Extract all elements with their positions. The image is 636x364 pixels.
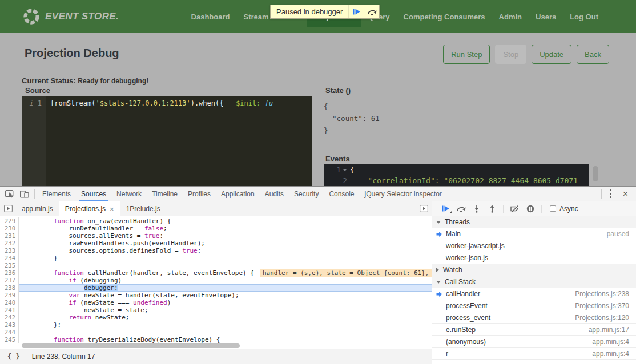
line-number[interactable]: 230 [0,225,19,232]
section-title: Call Stack [445,278,476,286]
state-section-label: State () [325,86,351,95]
stack-frame-processevent[interactable]: processEventProjections.js:370 [432,300,636,312]
devtools-tab-application[interactable]: Application [216,187,260,201]
code-text: function on_raw(eventHandler) { [19,217,432,225]
show-navigator-icon[interactable] [0,201,16,216]
events-line-number[interactable]: 2 [324,176,350,185]
nav-item-competing-consumers[interactable]: Competing Consumers [397,6,492,27]
thread-row-main[interactable]: Mainpaused [432,228,636,240]
line-number[interactable]: 232 [0,240,19,247]
annotation-info-icon: i [30,99,34,107]
devtools-tab-profiles[interactable]: Profiles [183,187,216,201]
line-number[interactable]: 236 [0,269,19,277]
source-token: $init: [236,99,260,107]
code-token: newState = handler(state, eventEnvelope)… [80,292,239,299]
source-code-text[interactable]: fromStream('$stats-127.0.0.1:2113').when… [46,96,273,186]
line-number[interactable]: 243 [0,321,19,329]
line-number[interactable]: 241 [0,306,19,314]
stack-frame-anonymous[interactable]: (anonymous)app.min.js:4 [432,336,636,348]
events-scrollbar-thumb[interactable] [593,166,598,181]
stack-frame-r[interactable]: rapp.min.js:4 [432,348,636,360]
devtools-tab-sources[interactable]: Sources [76,187,111,201]
line-number[interactable]: 242 [0,314,19,321]
resume-script-icon[interactable] [438,201,453,216]
line-number[interactable]: 234 [0,254,19,262]
pause-on-exceptions-icon[interactable] [522,201,538,216]
step-out-icon[interactable] [484,201,500,216]
status-label: Current Status: [22,76,76,85]
devtools-tab-console[interactable]: Console [324,187,359,201]
close-devtools-icon[interactable]: × [617,189,634,199]
call-stack-section-header[interactable]: Call Stack [432,276,636,288]
update-button[interactable]: Update [532,45,571,64]
devtools-tab-elements[interactable]: Elements [37,187,76,201]
show-debugger-sidebar-icon[interactable] [416,201,432,216]
code-token: sources.allEvents = [23,232,144,240]
devtools-tab-jquery-selector-inspector[interactable]: jQuery Selector Inspector [359,187,446,201]
stack-frame-e-runstep[interactable]: e.runStepapp.min.js:17 [432,324,636,336]
banner-resume-script-icon[interactable] [348,5,364,18]
fold-arrow-icon[interactable] [343,169,347,173]
line-number[interactable]: 233 [0,247,19,254]
watch-section-header[interactable]: Watch [432,264,636,276]
nav-item-dashboard[interactable]: Dashboard [184,6,237,27]
file-tab-1prelude-js[interactable]: 1Prelude.js [120,201,166,216]
line-number[interactable]: 229 [0,217,19,225]
thread-row-worker-javascript-js[interactable]: worker-javascript.js [432,240,636,252]
async-checkbox[interactable] [550,205,556,212]
device-toolbar-icon[interactable] [17,187,32,201]
code-line-239: 239 var newState = handler(state, eventE… [0,292,432,299]
controls-divider [503,205,504,213]
tab-close-icon[interactable]: × [110,205,114,213]
event-store-logo[interactable]: EVENT STORE. [23,8,119,25]
code-token: newState = state; [23,306,148,314]
events-line-number[interactable]: 1 [324,165,350,174]
more-options-icon[interactable] [604,189,617,199]
threads-section-header[interactable]: Threads [432,216,636,228]
run-step-button[interactable]: Run Step [443,45,490,64]
file-tab-label: 1Prelude.js [126,205,160,213]
source-code-editor[interactable]: i 1 fromStream('$stats-127.0.0.1:2113').… [22,96,312,186]
section-title: Watch [443,266,462,274]
back-button[interactable]: Back [577,45,609,64]
step-over-icon[interactable] [453,201,469,216]
nav-item-log-out[interactable]: Log Out [563,6,605,27]
file-tab-projections-js[interactable]: Projections.js× [59,201,120,216]
banner-step-over-icon[interactable] [364,5,379,18]
devtools-tab-security[interactable]: Security [289,187,324,201]
step-into-icon[interactable] [469,201,484,216]
code-token: } [23,254,58,262]
stack-frame-callhandler[interactable]: callHandlerProjections.js:238 [432,288,636,300]
code-token: return [69,314,91,321]
events-line-text: { [350,165,355,174]
code-line-236: 236 function callHandler(handler, state,… [0,269,432,277]
thread-row-worker-json-js[interactable]: worker-json.js [432,252,636,264]
line-number[interactable]: 235 [0,262,19,269]
stack-frame-location: app.min.js:4 [592,338,629,346]
devtools-tab-audits[interactable]: Audits [260,187,289,201]
code-token [23,217,54,225]
triangle-down-icon [436,221,441,224]
line-number[interactable]: 244 [0,329,19,336]
line-number[interactable]: 231 [0,232,19,240]
line-number[interactable]: 245 [0,336,19,343]
source-token: fu [261,99,273,107]
deactivate-breakpoints-icon[interactable] [507,201,522,216]
horizontal-scrollbar-thumb[interactable] [22,343,240,348]
stack-frame-function: process_event [446,314,490,322]
inspect-element-icon[interactable] [2,187,17,201]
events-editor[interactable]: 1{2 "correlationId": "06202702-8827-4464… [324,164,589,186]
pretty-print-icon[interactable]: { } [0,353,27,361]
nav-item-admin[interactable]: Admin [492,6,529,27]
code-text: return newState; [19,314,432,321]
devtools-tab-timeline[interactable]: Timeline [147,187,183,201]
nav-item-users[interactable]: Users [529,6,563,27]
devtools-tab-network[interactable]: Network [111,187,147,201]
line-number[interactable]: 238 [0,284,19,292]
line-number[interactable]: 239 [0,292,19,299]
file-tab-app-min-js[interactable]: app.min.js [16,201,59,216]
line-number[interactable]: 237 [0,277,19,284]
stack-frame-process-event[interactable]: process_eventProjections.js:120 [432,312,636,324]
code-editor[interactable]: 229 function on_raw(eventHandler) {230 r… [0,216,432,343]
line-number[interactable]: 240 [0,299,19,306]
